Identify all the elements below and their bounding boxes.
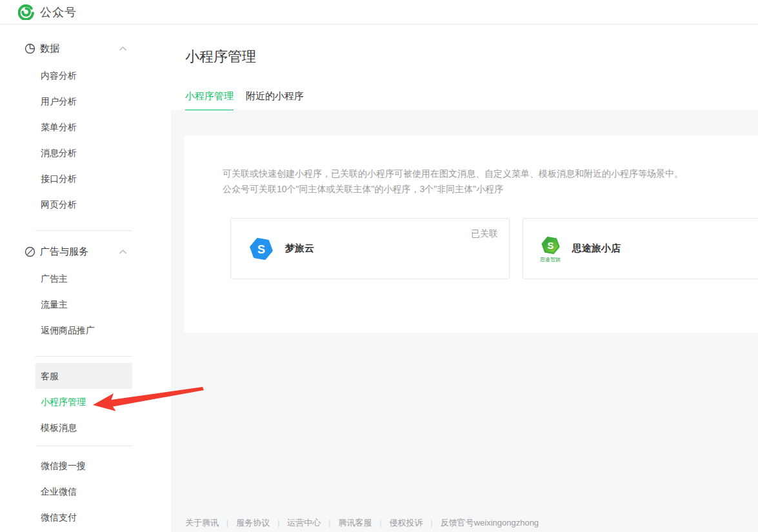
sidebar-item-user-analysis[interactable]: 用户分析	[35, 88, 132, 114]
compass-icon	[25, 246, 35, 257]
sidebar-item-template-message[interactable]: 模板消息	[35, 415, 132, 440]
sidebar-item-menu-analysis[interactable]: 菜单分析	[35, 114, 132, 140]
sidebar: 数据 内容分析 用户分析 菜单分析 消息分析 接口分析 网页分析 广告与服务 广…	[0, 25, 171, 532]
footer-links: 关于腾讯 | 服务协议 | 运营中心 | 腾讯客服 | 侵权投诉 | 反馈官号w…	[185, 517, 539, 529]
description-line: 可关联或快速创建小程序，已关联的小程序可被使用在图文消息、自定义菜单、模板消息和…	[223, 166, 758, 181]
panel-description: 可关联或快速创建小程序，已关联的小程序可被使用在图文消息、自定义菜单、模板消息和…	[184, 135, 758, 197]
footer-link-infringement-complaint[interactable]: 侵权投诉	[390, 517, 423, 529]
footer-separator: |	[431, 518, 433, 527]
top-header: 公众号	[0, 0, 758, 25]
linked-status-badge: 已关联	[471, 228, 498, 240]
logo-with-caption: S 思途智旅	[540, 235, 561, 262]
sidebar-item-web-analysis[interactable]: 网页分析	[35, 192, 132, 217]
miniprogram-card-situlvxiaodian[interactable]: S 思途智旅 思途旅小店	[523, 218, 758, 279]
sidebar-item-api-analysis[interactable]: 接口分析	[35, 166, 132, 192]
miniprogram-panel: 可关联或快速创建小程序，已关联的小程序可被使用在图文消息、自定义菜单、模板消息和…	[184, 135, 758, 333]
miniprogram-card-menglvyun[interactable]: S 梦旅云 已关联	[230, 218, 510, 279]
logo-letter: S	[257, 242, 265, 255]
sidebar-section-data[interactable]: 数据	[25, 34, 127, 63]
chevron-up-icon[interactable]	[119, 249, 127, 255]
section-label: 数据	[40, 43, 59, 55]
footer-separator: |	[226, 518, 228, 527]
tab-miniprogram-management[interactable]: 小程序管理	[185, 90, 234, 112]
sidebar-divider	[35, 356, 132, 357]
footer-link-about-tencent[interactable]: 关于腾讯	[185, 517, 219, 529]
main-content: 小程序管理 小程序管理 附近的小程序 可关联或快速创建小程序，已关联的小程序可被…	[171, 25, 758, 532]
miniprogram-name: 梦旅云	[285, 242, 314, 255]
sidebar-item-wecom[interactable]: 企业微信	[35, 478, 132, 504]
footer-link-feedback-account[interactable]: 反馈官号weixingongzhong	[441, 517, 539, 529]
footer-link-tencent-support[interactable]: 腾讯客服	[338, 517, 372, 529]
miniprogram-name: 思途旅小店	[572, 242, 621, 255]
tab-bar: 小程序管理 附近的小程序	[171, 90, 758, 111]
footer-separator: |	[277, 518, 279, 527]
green-hexagon-s-icon: S	[541, 235, 561, 255]
wechat-mp-logo-icon	[18, 4, 34, 20]
logo-letter: S	[547, 240, 554, 250]
section-label: 广告与服务	[40, 246, 88, 258]
description-line: 公众号可关联10个"同主体或关联主体"的小程序，3个"非同主体"小程序	[223, 181, 758, 197]
footer-separator: |	[379, 518, 381, 527]
footer-link-service-agreement[interactable]: 服务协议	[236, 517, 270, 529]
sidebar-divider	[35, 230, 132, 231]
sidebar-item-customer-service[interactable]: 客服	[35, 363, 132, 389]
sidebar-section-ads-services[interactable]: 广告与服务	[25, 237, 127, 266]
footer-link-operation-center[interactable]: 运营中心	[287, 517, 321, 529]
sidebar-item-commission-promo[interactable]: 返佣商品推广	[35, 317, 132, 343]
sidebar-divider	[35, 446, 132, 446]
miniprogram-card-list: S 梦旅云 已关联	[230, 218, 758, 279]
logo-caption: 思途智旅	[540, 257, 561, 262]
sidebar-item-content-analysis[interactable]: 内容分析	[35, 63, 132, 88]
blue-hexagon-s-icon: S	[249, 237, 274, 261]
sidebar-item-wechat-pay[interactable]: 微信支付	[35, 504, 132, 530]
tab-nearby-miniprograms[interactable]: 附近的小程序	[246, 90, 304, 112]
chevron-up-icon[interactable]	[119, 46, 127, 52]
sidebar-item-message-analysis[interactable]: 消息分析	[35, 140, 132, 166]
content-background: 可关联或快速创建小程序，已关联的小程序可被使用在图文消息、自定义菜单、模板消息和…	[171, 110, 758, 532]
brand-title: 公众号	[40, 5, 77, 20]
sidebar-item-miniprogram-management[interactable]: 小程序管理	[35, 389, 132, 415]
sidebar-item-advertiser[interactable]: 广告主	[35, 266, 132, 291]
page-title: 小程序管理	[171, 25, 758, 66]
sidebar-item-traffic-owner[interactable]: 流量主	[35, 291, 132, 317]
footer-separator: |	[328, 518, 330, 527]
sidebar-item-wechat-search[interactable]: 微信搜一搜	[35, 453, 132, 478]
page: 公众号 数据 内容分析 用户分析 菜单分析 消息分析 接口分析 网页分析 广告与…	[0, 0, 758, 532]
pie-chart-icon	[25, 43, 35, 54]
